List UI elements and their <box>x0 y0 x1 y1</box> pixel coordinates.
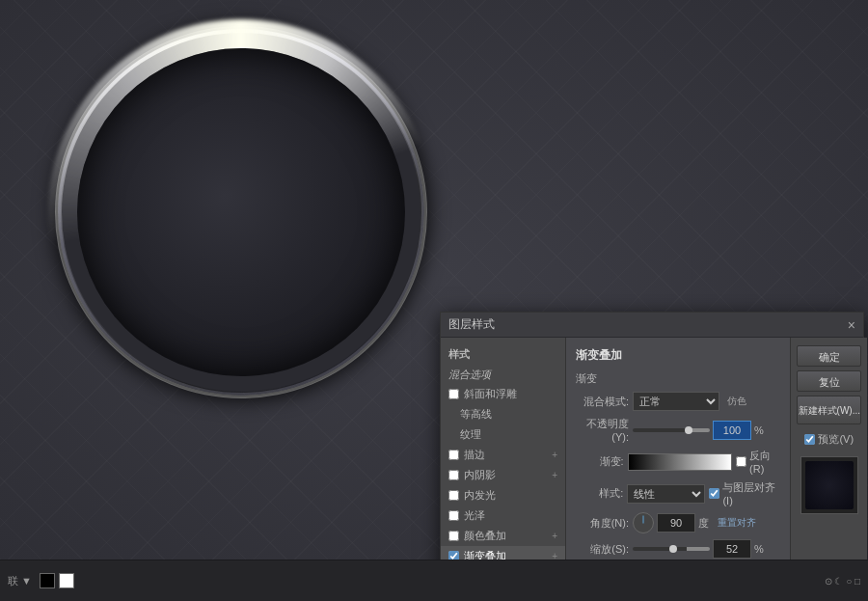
style-item-contour[interactable]: 等高线 <box>441 404 565 424</box>
status-bar: 联 ▼ ⊙ ☾ ○ □ <box>0 560 868 601</box>
background-color-swatch[interactable] <box>59 573 74 588</box>
status-bar-right: ⊙ ☾ ○ □ <box>825 576 860 587</box>
angle-unit: 度 <box>698 516 709 531</box>
style-item-stroke[interactable]: 描边 + <box>441 445 565 465</box>
style-item-inner-glow[interactable]: 内发光 <box>441 485 565 505</box>
style-label-contour: 等高线 <box>460 407 492 422</box>
style-row: 样式: 线性 径向 角度 对称 菱形 与图层对齐 (I) <box>576 480 780 506</box>
color-overlay-plus-icon: + <box>552 531 557 541</box>
style-label-texture: 纹理 <box>460 427 481 442</box>
style-select-label: 样式: <box>576 486 623 501</box>
preview-inner <box>805 461 854 509</box>
gradient-row: 渐变: 反向(R) <box>576 449 780 475</box>
opacity-unit: % <box>754 424 764 436</box>
dither-label: 仿色 <box>727 395 746 408</box>
new-style-button[interactable]: 新建样式(W)... <box>797 396 861 424</box>
style-item-satin[interactable]: 光泽 <box>441 505 565 526</box>
style-label-color-overlay: 颜色叠加 <box>464 529 506 543</box>
opacity-row: 不透明度(Y): % <box>576 417 780 443</box>
opacity-slider-thumb[interactable] <box>685 426 692 434</box>
scale-input[interactable] <box>713 539 751 559</box>
reverse-checkbox[interactable] <box>736 456 746 467</box>
status-bar-text: 联 ▼ <box>8 574 32 588</box>
style-label-bevel: 斜面和浮雕 <box>464 387 517 401</box>
angle-label: 角度(N): <box>576 516 629 531</box>
status-bar-left: 联 ▼ <box>8 573 74 588</box>
settings-subtitle: 渐变 <box>576 371 780 386</box>
dialog-close-button[interactable]: × <box>848 318 855 332</box>
blend-mode-select[interactable]: 正常 溶解 变暗 正片叠底 <box>633 392 719 411</box>
ok-button[interactable]: 确定 <box>797 345 861 367</box>
preview-checkbox[interactable] <box>804 434 815 445</box>
align-checkbox-container[interactable]: 与图层对齐 (I) <box>709 480 780 506</box>
layer-style-dialog: 图层样式 × 样式 混合选项 斜面和浮雕 等高线 纹理 描边 + <box>440 312 864 601</box>
preview-checkbox-container[interactable]: 预览(V) <box>797 432 861 447</box>
angle-controls: 度 重置对齐 <box>633 512 756 533</box>
styles-section-label: 混合选项 <box>441 366 565 384</box>
preview-label: 预览(V) <box>818 432 854 447</box>
style-label-inner-shadow: 内阴影 <box>464 468 496 482</box>
foreground-color-swatch[interactable] <box>40 573 55 588</box>
style-label-satin: 光泽 <box>464 508 485 523</box>
style-checkbox-inner-shadow[interactable] <box>448 470 459 480</box>
ring-container <box>58 29 424 396</box>
style-item-texture[interactable]: 纹理 <box>441 424 565 445</box>
opacity-label: 不透明度(Y): <box>576 417 629 443</box>
style-checkbox-stroke[interactable] <box>448 450 459 460</box>
stroke-plus-icon: + <box>552 450 557 460</box>
style-checkbox-bevel[interactable] <box>448 389 459 399</box>
opacity-controls: % <box>633 421 764 440</box>
reset-align-link[interactable]: 重置对齐 <box>718 516 756 530</box>
style-label-stroke: 描边 <box>464 448 485 462</box>
inner-shadow-plus-icon: + <box>552 470 557 480</box>
style-select[interactable]: 线性 径向 角度 对称 菱形 <box>627 484 705 504</box>
dialog-title: 图层样式 <box>448 316 495 333</box>
preview-box <box>800 456 858 514</box>
scale-label: 缩放(S): <box>576 542 629 557</box>
gradient-bar[interactable] <box>628 453 732 471</box>
reverse-checkbox-container[interactable]: 反向(R) <box>736 449 780 475</box>
settings-section-title: 渐变叠加 <box>576 347 780 364</box>
scale-row: 缩放(S): % <box>576 539 780 559</box>
opacity-slider[interactable] <box>633 428 710 432</box>
style-item-bevel[interactable]: 斜面和浮雕 <box>441 384 565 404</box>
blend-mode-label: 混合模式: <box>576 395 629 409</box>
style-checkbox-satin[interactable] <box>448 510 459 521</box>
angle-input[interactable] <box>657 513 695 533</box>
style-label-inner-glow: 内发光 <box>464 488 496 503</box>
angle-needle <box>643 516 644 524</box>
opacity-input[interactable] <box>713 421 751 440</box>
styles-panel-title: 样式 <box>441 343 565 366</box>
gradient-label: 渐变: <box>576 454 624 469</box>
dialog-titlebar: 图层样式 × <box>441 313 863 338</box>
align-checkbox[interactable] <box>709 488 719 499</box>
style-checkbox-color-overlay[interactable] <box>448 531 459 541</box>
style-item-inner-shadow[interactable]: 内阴影 + <box>441 465 565 485</box>
style-item-color-overlay[interactable]: 颜色叠加 + <box>441 526 565 546</box>
blend-mode-row: 混合模式: 正常 溶解 变暗 正片叠底 仿色 <box>576 392 780 411</box>
scale-unit: % <box>754 543 764 555</box>
scale-slider[interactable] <box>633 547 710 551</box>
scale-slider-thumb[interactable] <box>669 545 677 553</box>
ring-inner <box>77 48 405 376</box>
status-icons: ⊙ ☾ ○ □ <box>825 576 860 587</box>
align-label: 与图层对齐 (I) <box>722 480 780 506</box>
angle-dial[interactable] <box>633 512 654 533</box>
scale-controls: % <box>633 539 764 559</box>
angle-row: 角度(N): 度 重置对齐 <box>576 512 780 533</box>
reverse-label: 反向(R) <box>749 449 780 475</box>
reset-button[interactable]: 复位 <box>797 370 861 392</box>
style-checkbox-inner-glow[interactable] <box>448 490 459 501</box>
